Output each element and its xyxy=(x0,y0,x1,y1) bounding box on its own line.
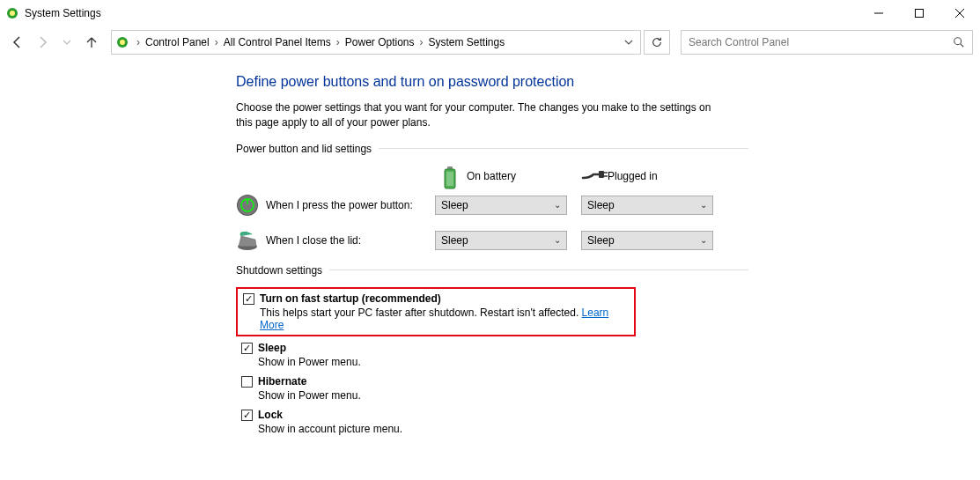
page-title: Define power buttons and turn on passwor… xyxy=(236,74,980,90)
lid-battery-dropdown[interactable]: Sleep⌄ xyxy=(435,231,567,250)
hibernate-desc: Show in Power menu. xyxy=(236,389,980,402)
app-icon xyxy=(5,6,19,20)
chevron-right-icon[interactable]: › xyxy=(133,36,144,48)
svg-rect-3 xyxy=(916,10,924,18)
chevron-down-icon[interactable] xyxy=(621,38,637,47)
refresh-button[interactable] xyxy=(644,30,670,55)
column-header-battery: On battery xyxy=(467,170,516,182)
close-button[interactable] xyxy=(939,0,980,26)
power-button-label: When I press the power button: xyxy=(266,199,435,211)
hibernate-checkbox[interactable] xyxy=(241,376,253,388)
plug-icon xyxy=(581,166,602,187)
page-description: Choose the power settings that you want … xyxy=(236,100,729,130)
recent-dropdown[interactable] xyxy=(56,32,77,53)
svg-line-9 xyxy=(961,44,964,48)
search-box[interactable] xyxy=(681,30,973,55)
svg-point-1 xyxy=(10,11,15,16)
breadcrumb-item[interactable]: Control Panel xyxy=(144,36,211,48)
breadcrumb-item[interactable]: All Control Panel Items xyxy=(222,36,333,48)
search-icon[interactable] xyxy=(953,36,965,48)
back-button[interactable] xyxy=(7,32,28,53)
window-title: System Settings xyxy=(25,7,101,19)
svg-rect-13 xyxy=(599,171,604,178)
minimize-button[interactable] xyxy=(858,0,899,26)
lock-checkbox[interactable] xyxy=(241,410,253,421)
power-button-plugged-dropdown[interactable]: Sleep⌄ xyxy=(581,196,713,215)
chevron-right-icon[interactable]: › xyxy=(333,36,343,48)
sleep-desc: Show in Power menu. xyxy=(236,356,980,368)
address-bar[interactable]: › Control Panel › All Control Panel Item… xyxy=(111,30,641,55)
highlight-annotation: Turn on fast startup (recommended) This … xyxy=(236,287,636,336)
section-title-power-button: Power button and lid settings xyxy=(236,143,379,155)
chevron-right-icon[interactable]: › xyxy=(416,36,426,48)
lid-label: When I close the lid: xyxy=(266,234,435,247)
search-input[interactable] xyxy=(689,36,953,48)
chevron-down-icon: ⌄ xyxy=(554,235,561,245)
power-button-battery-dropdown[interactable]: Sleep⌄ xyxy=(435,196,567,215)
svg-point-7 xyxy=(120,40,125,45)
fast-startup-desc: This helps start your PC faster after sh… xyxy=(260,306,582,319)
svg-rect-12 xyxy=(446,172,453,186)
chevron-down-icon: ⌄ xyxy=(700,235,707,245)
lock-desc: Show in account picture menu. xyxy=(236,423,980,435)
lid-icon xyxy=(236,229,259,252)
up-button[interactable] xyxy=(81,32,102,53)
hibernate-label: Hibernate xyxy=(258,375,306,388)
forward-button[interactable] xyxy=(32,32,53,53)
breadcrumb-item[interactable]: Power Options xyxy=(343,36,416,48)
svg-point-8 xyxy=(954,38,962,45)
chevron-right-icon[interactable]: › xyxy=(211,36,222,48)
sleep-label: Sleep xyxy=(258,342,286,354)
fast-startup-checkbox[interactable] xyxy=(243,293,254,305)
sleep-checkbox[interactable] xyxy=(241,343,253,354)
battery-icon xyxy=(440,166,461,187)
maximize-button[interactable] xyxy=(899,0,939,26)
breadcrumb-item[interactable]: System Settings xyxy=(426,36,506,48)
fast-startup-label: Turn on fast startup (recommended) xyxy=(260,292,441,305)
lid-plugged-dropdown[interactable]: Sleep⌄ xyxy=(581,231,713,250)
chevron-down-icon: ⌄ xyxy=(554,200,561,210)
address-app-icon xyxy=(115,35,129,49)
column-header-plugged: Plugged in xyxy=(608,170,658,182)
lock-label: Lock xyxy=(258,409,283,421)
section-title-shutdown: Shutdown settings xyxy=(236,264,329,277)
power-button-icon xyxy=(236,194,259,217)
chevron-down-icon: ⌄ xyxy=(700,200,707,210)
